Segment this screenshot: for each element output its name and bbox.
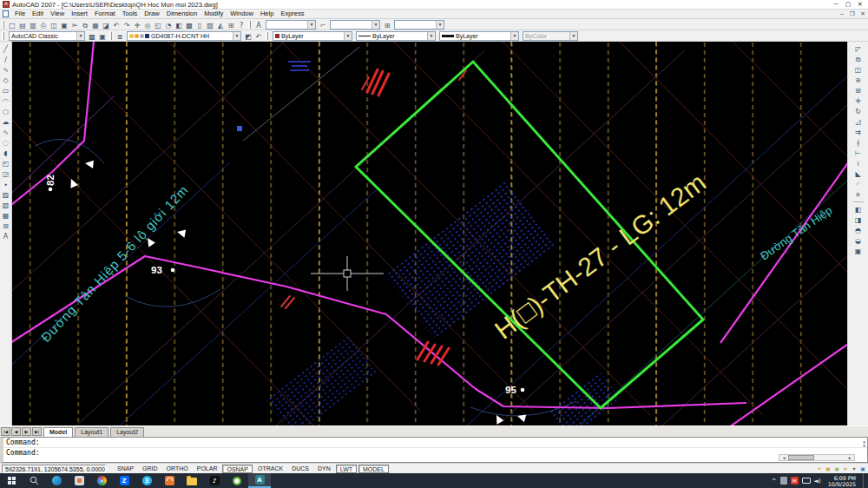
menu-format[interactable]: Format [91, 10, 119, 18]
combo-arrow-icon[interactable]: ▼ [436, 21, 444, 29]
layer-freeze-icon[interactable] [135, 34, 139, 38]
drawing-canvas[interactable]: 82 93 95 H(□)-TH-27 - LG: 12m Đường Tân [12, 42, 847, 425]
undo-icon[interactable]: ↶ [111, 20, 122, 30]
tray-menu-arrow-icon[interactable]: ▾ [851, 465, 858, 472]
explode-icon[interactable]: ✳ [852, 189, 864, 200]
command-hscrollbar[interactable]: ◀ ▶ [779, 454, 855, 461]
taskbar-autocad-active[interactable]: A [248, 473, 271, 488]
command-line-input[interactable]: Command: [3, 448, 867, 458]
table-style-combo[interactable]: ▼ [394, 20, 444, 30]
tab-layout1[interactable]: Layout1 [75, 427, 108, 437]
hatch-icon[interactable]: ▨ [1, 189, 11, 200]
taskbar-edge[interactable] [45, 473, 68, 488]
array-icon[interactable]: ⊞ [852, 85, 864, 96]
menu-dimension[interactable]: Dimension [163, 10, 201, 18]
menu-file[interactable]: File [11, 10, 29, 18]
combo-arrow-icon[interactable]: ▼ [372, 21, 379, 29]
mdi-restore-button[interactable]: ❐ [847, 10, 858, 17]
toggle-osnap[interactable]: OSNAP [222, 465, 253, 473]
tab-nav-0[interactable]: |◀ [1, 427, 10, 436]
toggle-snap[interactable]: SNAP [114, 465, 137, 473]
taskbar-blue-app[interactable]: 3 [135, 473, 158, 488]
offset-icon[interactable]: ≋ [852, 75, 864, 85]
match-properties-icon[interactable]: ◪ [101, 20, 111, 30]
coordinate-readout[interactable]: 592326.7191, 1205674.5355, 0.0000 [2, 465, 106, 473]
menu-draw[interactable]: Draw [141, 10, 163, 18]
command-scroll-spinner[interactable]: ▲▼ [863, 439, 865, 448]
tab-nav-3[interactable]: ▶| [32, 427, 42, 436]
show-desktop-button[interactable] [863, 473, 866, 488]
zoom-window-icon[interactable]: ◱ [153, 20, 163, 30]
text-style-icon[interactable]: A [253, 20, 264, 30]
ellipse-icon[interactable]: ◌ [1, 137, 11, 148]
workspace-settings-icon[interactable]: ▩ [87, 31, 97, 41]
scroll-right-icon[interactable]: ▶ [845, 456, 854, 460]
tab-nav-1[interactable]: ◀ [11, 427, 21, 436]
tab-layout2[interactable]: Layout2 [110, 427, 144, 437]
table-icon[interactable]: ⊞ [1, 221, 11, 231]
minimize-button[interactable]: ─ [830, 0, 842, 9]
send-below-icon[interactable]: ◒ [852, 235, 864, 246]
region-icon[interactable]: ▦ [1, 210, 11, 221]
paste-icon[interactable]: ▦ [90, 20, 101, 30]
draworder-icon[interactable]: ▣ [852, 246, 864, 256]
taskbar-tiktok[interactable]: ♪ [203, 473, 226, 488]
layer-properties-icon[interactable]: ≣ [115, 31, 125, 41]
toggle-polar[interactable]: POLAR [194, 465, 221, 473]
layer-combo[interactable]: GD4087-H-DCNT HH ▼ [127, 31, 241, 41]
scroll-left-icon[interactable]: ◀ [779, 456, 788, 460]
tray-chevron-icon[interactable]: ^ [772, 478, 777, 485]
zoom-realtime-icon[interactable]: ◎ [142, 20, 153, 30]
gradient-icon[interactable]: ▧ [1, 200, 11, 210]
table-style-icon[interactable]: ⊞ [382, 20, 392, 30]
menu-modify[interactable]: Modify [201, 10, 227, 18]
sheet-set-manager-icon[interactable]: ▨ [205, 20, 215, 30]
stretch-icon[interactable]: ⇉ [852, 127, 864, 137]
tab-nav-2[interactable]: ▶ [22, 427, 31, 436]
taskbar-chrome[interactable] [90, 473, 113, 488]
tab-model[interactable]: Model [43, 427, 73, 437]
bring-above-icon[interactable]: ◓ [852, 225, 864, 235]
menu-help[interactable]: Help [257, 10, 277, 18]
color-combo[interactable]: ByLayer ▼ [273, 31, 352, 41]
dim-style-icon[interactable]: ⌐ [318, 20, 328, 30]
plot-icon[interactable]: ⎙ [38, 20, 49, 30]
combo-arrow-icon[interactable]: ▼ [510, 32, 518, 40]
polygon-icon[interactable]: ◇ [1, 75, 11, 85]
send-to-back-icon[interactable]: ◨ [852, 214, 864, 225]
toggle-grid[interactable]: GRID [139, 465, 161, 473]
tray-cursor-icon[interactable]: ➤ [842, 465, 849, 472]
save-icon[interactable]: ▥ [28, 20, 38, 30]
redo-icon[interactable]: ↷ [122, 20, 132, 30]
layer-lock-icon[interactable] [140, 34, 144, 38]
open-icon[interactable]: ▤ [17, 20, 28, 30]
line-icon[interactable]: ╱ [1, 43, 11, 54]
combo-arrow-icon[interactable]: ▼ [427, 32, 435, 40]
bring-to-front-icon[interactable]: ◧ [852, 204, 864, 214]
volume-icon[interactable]: ◄) [814, 478, 821, 485]
taskbar-store[interactable] [158, 473, 181, 488]
mdi-minimize-button[interactable]: ─ [837, 10, 847, 17]
properties-grip[interactable] [266, 32, 268, 40]
tool-palettes-icon[interactable]: ▯ [194, 20, 205, 30]
extend-icon[interactable]: ⊢ [852, 148, 864, 158]
toggle-lwt[interactable]: LWT [336, 465, 357, 473]
clean-screen-icon[interactable]: ▣ [859, 465, 866, 472]
copy-clip-icon[interactable]: ⧉ [80, 20, 90, 30]
taskbar-zalo[interactable]: Z [113, 473, 135, 488]
toolbar-lock-icon[interactable]: ▣ [825, 465, 832, 472]
revcloud-icon[interactable]: ☁ [1, 116, 11, 127]
taskbar-mail-app[interactable] [68, 473, 90, 488]
layer-previous-icon[interactable]: ↶ [253, 31, 264, 41]
toggle-ducs[interactable]: DUCS [288, 465, 312, 473]
close-button[interactable]: ✕ [854, 0, 866, 9]
lineweight-combo[interactable]: ByLayer ▼ [439, 31, 519, 41]
polyline-icon[interactable]: ∿ [1, 64, 11, 75]
menu-window[interactable]: Window [227, 10, 257, 18]
workspace-save-icon[interactable]: ▣ [97, 31, 108, 41]
linetype-combo[interactable]: ByLayer ▼ [356, 31, 436, 41]
zoom-previous-icon[interactable]: ◔ [163, 20, 174, 30]
maximize-button[interactable]: ▢ [842, 0, 854, 9]
new-icon[interactable]: □ [7, 20, 17, 30]
combo-arrow-icon[interactable]: ▼ [76, 32, 84, 40]
